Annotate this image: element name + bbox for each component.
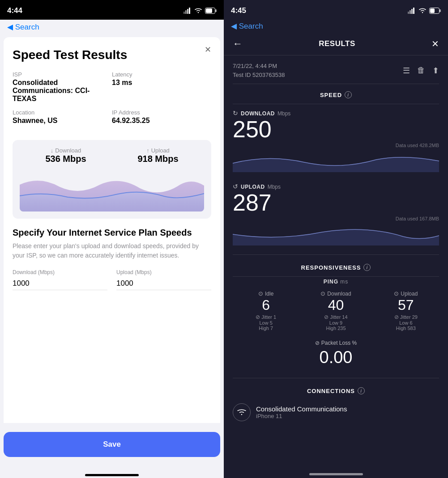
download-input-group: Download (Mbps)	[13, 269, 107, 290]
svg-rect-10	[413, 8, 414, 14]
upload-block-header: ↺ UPLOAD Mbps	[233, 183, 439, 190]
battery-icon	[205, 8, 217, 14]
svg-rect-8	[410, 10, 411, 14]
left-status-icons	[183, 8, 217, 14]
download-block: ↻ DOWNLOAD Mbps 250 Data used 428.2MB	[233, 106, 439, 179]
upload-data-used: Data used 167.8MB	[396, 216, 439, 221]
packet-loss-icon: ⊘	[315, 340, 320, 346]
upload-block: ↺ UPLOAD Mbps 287 Data used 167.8MB	[233, 179, 439, 253]
upload-input-group: Upload (Mbps)	[116, 269, 211, 290]
connections-section: CONNECTIONS i Consolidated Communication…	[233, 380, 439, 432]
back-button[interactable]: ←	[233, 38, 243, 50]
input-row: Download (Mbps) Upload (Mbps)	[13, 269, 211, 290]
share-icon[interactable]: ⬆	[432, 66, 439, 76]
delete-icon[interactable]: 🗑	[417, 66, 425, 76]
speed-test-title: Speed Test Results	[13, 48, 211, 62]
right-wifi-icon	[418, 8, 427, 14]
location-value: Shawnee, US	[13, 117, 112, 125]
svg-rect-0	[183, 12, 185, 14]
right-signal-icon	[408, 8, 416, 14]
upload-speed-item: ↑ Upload 918 Mbps	[137, 147, 178, 164]
right-status-bar: 4:45	[224, 0, 448, 20]
right-close-button[interactable]: ✕	[431, 38, 439, 49]
download-speed-item: ↓ Download 536 Mbps	[45, 147, 86, 164]
list-icon[interactable]: ☰	[403, 66, 410, 76]
download-input[interactable]	[13, 277, 107, 290]
download-input-label: Download (Mbps)	[13, 269, 107, 275]
right-panel: 4:45 ◀ Search ← RESULTS ✕	[224, 0, 448, 478]
download-data-used: Data used 428.2MB	[396, 143, 439, 148]
speed-gauge-container: ↓ Download 536 Mbps ↑ Upload 918 Mbps	[13, 140, 211, 219]
left-content: ✕ Speed Test Results ISP Consolidated Co…	[4, 37, 220, 423]
download-arrow-icon: ↓	[51, 147, 54, 154]
download-jitter: ⊘ Jitter 14 Low 9 High 235	[303, 314, 369, 331]
responsiveness-section-header: RESPONSIVENESS i	[233, 257, 439, 275]
right-header: ← RESULTS ✕	[224, 34, 448, 55]
download-circle-icon: ↻	[233, 110, 238, 117]
wave-chart	[20, 171, 204, 212]
speed-info-icon[interactable]: i	[345, 91, 352, 98]
speed-row: ↓ Download 536 Mbps ↑ Upload 918 Mbps	[20, 147, 204, 164]
close-button[interactable]: ✕	[201, 42, 215, 57]
upload-input[interactable]	[116, 277, 211, 290]
ping-idle: ⊙ Idle 6 ⊘ Jitter 1 Low 5 High 7	[233, 290, 299, 331]
upload-circle-icon: ↺	[233, 183, 238, 190]
ping-download-value: 40	[303, 298, 369, 312]
ping-upload-label: ⊙ Upload	[373, 290, 439, 297]
right-content: 7/21/22, 4:44 PM Test ID 5203763538 ☰ 🗑 …	[224, 55, 448, 470]
ip-cell: IP Address 64.92.35.25	[112, 109, 211, 131]
download-dir: ↓ Download	[45, 147, 86, 154]
meta-text: 7/21/22, 4:44 PM Test ID 5203763538	[233, 62, 285, 79]
svg-rect-5	[215, 9, 217, 12]
results-title: RESULTS	[319, 39, 355, 48]
right-back-search[interactable]: ◀ Search	[231, 21, 263, 31]
download-mbps: 536 Mbps	[45, 154, 86, 164]
upload-mbps: 918 Mbps	[137, 154, 178, 164]
idle-jitter: ⊘ Jitter 1 Low 5 High 7	[233, 314, 299, 331]
ping-upload: ⊙ Upload 57 ⊘ Jitter 29 Low 6 High 583	[373, 290, 439, 331]
idle-icon: ⊙	[258, 290, 263, 297]
meta-actions: ☰ 🗑 ⬆	[403, 66, 439, 76]
isp-plan-section: Specify Your Internet Service Plan Speed…	[13, 228, 211, 299]
upload-input-label: Upload (Mbps)	[116, 269, 211, 275]
download-ping-icon: ⊙	[320, 290, 325, 297]
svg-rect-9	[411, 9, 413, 14]
svg-rect-2	[187, 9, 188, 14]
ping-idle-label: ⊙ Idle	[233, 290, 299, 297]
upload-ping-icon: ⊙	[394, 290, 399, 297]
svg-rect-3	[189, 8, 190, 14]
upload-dir: ↑ Upload	[137, 147, 178, 154]
signal-icon	[183, 8, 192, 14]
right-battery-icon	[429, 8, 441, 14]
ping-upload-value: 57	[373, 298, 439, 312]
upload-jitter: ⊘ Jitter 29 Low 6 High 583	[373, 314, 439, 331]
download-block-header: ↻ DOWNLOAD Mbps	[233, 110, 439, 117]
svg-rect-13	[430, 8, 435, 13]
latency-cell: Latency 13 ms	[112, 71, 211, 109]
packet-loss-value: 0.00	[233, 348, 439, 367]
save-button[interactable]: Save	[4, 432, 220, 457]
ping-download: ⊙ Download 40 ⊘ Jitter 14 Low 9 High 235	[303, 290, 369, 331]
responsiveness-info-icon[interactable]: i	[363, 264, 371, 271]
test-id: Test ID 5203763538	[233, 71, 285, 80]
home-indicator-bar-right	[309, 473, 363, 475]
latency-value: 13 ms	[112, 79, 211, 87]
info-grid: ISP Consolidated Communications: CCI-TEX…	[13, 71, 211, 131]
upload-wave	[233, 223, 439, 245]
left-back-search[interactable]: ◀ Search	[7, 22, 39, 32]
responsiveness-section: PING ms ⊙ Idle 6 ⊘ Jitter 1 Low 5 High 7	[233, 279, 439, 376]
right-time: 4:45	[231, 6, 246, 15]
left-panel: 4:44 ◀ Search	[0, 0, 224, 478]
home-indicator-left	[0, 470, 224, 478]
connection-item: Consolidated Communications iPhone 11	[233, 398, 439, 427]
wifi-status-icon	[194, 8, 202, 14]
test-date: 7/21/22, 4:44 PM	[233, 62, 285, 71]
ping-download-label: ⊙ Download	[303, 290, 369, 297]
svg-rect-7	[408, 12, 409, 14]
connection-text: Consolidated Communications iPhone 11	[256, 405, 347, 419]
connections-info-icon[interactable]: i	[358, 387, 365, 394]
speed-section-header: SPEED i	[233, 84, 439, 102]
save-button-container: Save	[0, 423, 224, 470]
left-inner: Speed Test Results ISP Consolidated Comm…	[4, 37, 220, 299]
isp-name: Consolidated Communications	[256, 405, 347, 413]
